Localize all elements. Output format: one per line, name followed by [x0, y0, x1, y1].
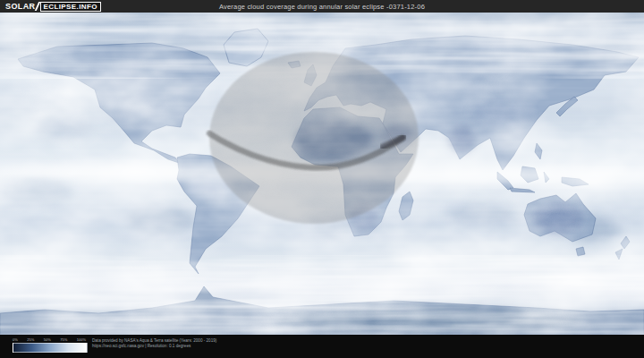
legend-tick-labels: 0% 25% 50% 75% 100% [13, 337, 86, 342]
legend-tick: 100% [77, 337, 86, 342]
site-logo[interactable]: SOLAR ECLIPSE.INFO [5, 0, 101, 13]
logo-text-eclipse-info: ECLIPSE.INFO [40, 2, 101, 12]
data-attribution: Data provided by NASA's Aqua & Terra sat… [92, 338, 216, 350]
top-bar: SOLAR ECLIPSE.INFO Average cloud coverag… [0, 0, 644, 13]
world-map-canvas [0, 13, 644, 335]
legend-tick: 0% [13, 337, 18, 342]
legend-tick: 75% [60, 337, 67, 342]
logo-text-solar: SOLAR [5, 2, 36, 11]
legend-tick: 25% [27, 337, 34, 342]
cloud-coverage-legend: 0% 25% 50% 75% 100% [13, 337, 86, 353]
bottom-bar: 0% 25% 50% 75% 100% Data provided by NAS… [0, 335, 644, 358]
eclipse-penumbra-overlay [209, 52, 419, 224]
cloud-coverage-map[interactable] [0, 13, 644, 335]
antarctic-streaks [0, 260, 644, 335]
legend-gradient-bar [13, 343, 88, 353]
legend-tick: 50% [44, 337, 51, 342]
attribution-line2: https://neo.sci.gsfc.nasa.gov | Resoluti… [92, 344, 216, 349]
